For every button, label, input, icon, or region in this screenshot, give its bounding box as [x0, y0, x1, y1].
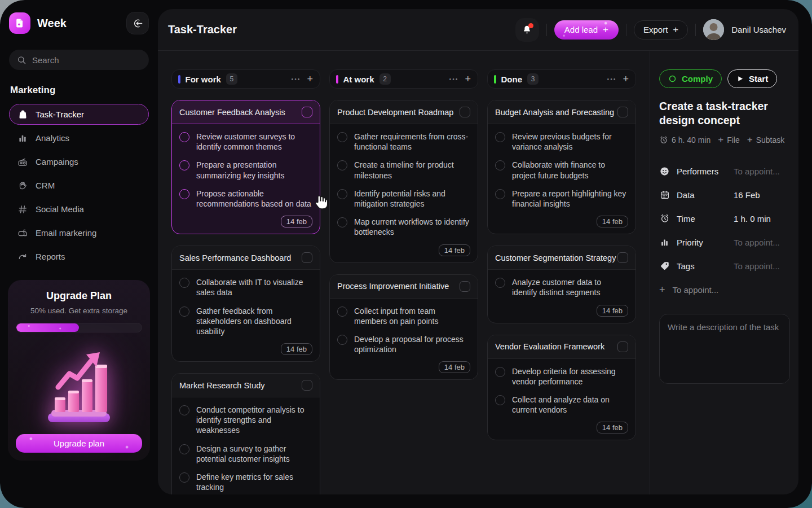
- task-row: Analyze customer data to identify distin…: [495, 277, 628, 297]
- card-header: Vendor Evaluation Framework: [488, 335, 636, 359]
- board-column-done: Done3●●●+Budget Analysis and Forecasting…: [487, 69, 636, 494]
- card-checkbox[interactable]: [302, 107, 312, 117]
- sidebar-item-analytics[interactable]: Analytics: [9, 128, 149, 148]
- task-card[interactable]: Vendor Evaluation FrameworkDevelop crite…: [487, 335, 636, 441]
- comply-button[interactable]: Comply: [659, 69, 722, 88]
- search-field[interactable]: [32, 55, 141, 65]
- field-value[interactable]: To appoint...: [734, 261, 780, 271]
- field-value[interactable]: 16 Feb: [734, 190, 760, 200]
- task-checkbox[interactable]: [179, 444, 189, 454]
- task-text: Analyze customer data to identify distin…: [512, 277, 628, 297]
- sidebar-item-task-tracker[interactable]: Task-Tracker: [9, 104, 149, 125]
- add-lead-button[interactable]: Add lead +: [554, 20, 619, 40]
- upgrade-subtitle: 50% used. Get extra storage: [16, 306, 142, 315]
- card-checkbox[interactable]: [460, 281, 470, 292]
- card-header: Market Research Study: [172, 374, 320, 397]
- task-checkbox[interactable]: [495, 132, 505, 142]
- task-checkbox[interactable]: [337, 306, 347, 317]
- card-header: Customer Segmentation Strategy: [488, 246, 636, 270]
- task-checkbox[interactable]: [337, 160, 347, 170]
- task-checkbox[interactable]: [179, 306, 189, 317]
- task-checkbox[interactable]: [337, 335, 347, 345]
- card-body: Collaborate with IT to visualize sales d…: [172, 270, 320, 361]
- sidebar-item-social-media[interactable]: Social Media: [9, 199, 149, 220]
- card-body: Review previous budgets for variance ana…: [488, 124, 636, 234]
- task-card[interactable]: Market Research StudyConduct competitor …: [171, 373, 320, 494]
- task-card[interactable]: Process Improvement InitiativeCollect in…: [329, 274, 478, 380]
- add-subtask-button[interactable]: + Subtask: [747, 135, 785, 144]
- field-label: Data: [677, 190, 695, 200]
- task-row: Collect and analyze data on current vend…: [495, 395, 628, 415]
- task-text: Review customer surveys to identify comm…: [196, 132, 312, 152]
- task-description-input[interactable]: [659, 314, 790, 384]
- task-fields: PerformersTo appoint...Data16 FebTime1 h…: [659, 159, 789, 278]
- sidebar-item-label: Email markering: [36, 228, 96, 238]
- user-avatar[interactable]: [703, 19, 724, 40]
- sidebar-item-crm[interactable]: CRM: [9, 175, 149, 196]
- sidebar-item-reports[interactable]: Reports: [9, 246, 149, 267]
- card-title: Customer Feedback Analysis: [179, 108, 285, 117]
- mailbox-icon: [17, 227, 28, 239]
- task-checkbox[interactable]: [179, 472, 189, 483]
- column-add-button[interactable]: +: [465, 73, 471, 85]
- add-file-button[interactable]: + File: [718, 135, 740, 144]
- task-checkbox[interactable]: [495, 160, 505, 170]
- task-checkbox[interactable]: [179, 278, 189, 288]
- task-checkbox[interactable]: [495, 189, 505, 199]
- due-date-badge: 14 feb: [281, 216, 312, 227]
- column-count-badge: 5: [226, 73, 237, 85]
- field-value[interactable]: 1 h. 0 min: [734, 214, 771, 224]
- sidebar-collapse-button[interactable]: [126, 12, 149, 34]
- task-row: Prepare a presentation summarizing key i…: [179, 160, 312, 180]
- notifications-button[interactable]: [515, 18, 539, 42]
- start-button[interactable]: Start: [727, 69, 777, 88]
- task-checkbox[interactable]: [337, 132, 347, 142]
- column-menu-button[interactable]: ●●●: [449, 77, 459, 81]
- task-checkbox[interactable]: [179, 189, 189, 199]
- field-value[interactable]: To appoint...: [734, 238, 780, 247]
- card-checkbox[interactable]: [617, 107, 628, 117]
- task-checkbox[interactable]: [495, 367, 505, 377]
- card-checkbox[interactable]: [460, 107, 470, 117]
- task-row: Gather feedback from stakeholders on das…: [179, 306, 312, 337]
- field-label: Priority: [677, 238, 703, 247]
- card-checkbox[interactable]: [617, 252, 628, 263]
- task-text: Collect and analyze data on current vend…: [512, 395, 628, 415]
- card-checkbox[interactable]: [302, 380, 312, 391]
- task-card[interactable]: Budget Analysis and ForecastingReview pr…: [487, 100, 636, 234]
- play-icon: [736, 75, 744, 82]
- column-menu-button[interactable]: ●●●: [292, 77, 301, 81]
- task-card[interactable]: Sales Performance DashboardCollaborate w…: [171, 246, 320, 362]
- task-checkbox[interactable]: [179, 405, 189, 415]
- column-add-button[interactable]: +: [623, 73, 629, 85]
- task-text: Gather feedback from stakeholders on das…: [196, 306, 312, 337]
- plus-icon: +: [673, 25, 678, 34]
- plus-icon: +: [747, 135, 753, 144]
- card-checkbox[interactable]: [302, 252, 312, 263]
- due-date-badge: 14 feb: [597, 305, 628, 317]
- task-card[interactable]: Customer Feedback AnalysisReview custome…: [171, 100, 320, 234]
- task-card[interactable]: Product Development RoadmapGather requir…: [329, 100, 478, 263]
- upgrade-plan-button[interactable]: Upgrade plan: [16, 434, 142, 453]
- task-checkbox[interactable]: [179, 160, 189, 170]
- export-button[interactable]: Export +: [634, 20, 688, 40]
- task-checkbox[interactable]: [495, 395, 505, 405]
- task-checkbox[interactable]: [337, 217, 347, 227]
- task-text: Prepare a presentation summarizing key i…: [196, 160, 312, 180]
- add-field-button[interactable]: + To appoint...: [659, 278, 789, 301]
- sidebar-item-campaings[interactable]: Campaings: [9, 151, 149, 172]
- task-checkbox[interactable]: [179, 132, 189, 142]
- task-checkbox[interactable]: [495, 278, 505, 288]
- field-row-priority: PriorityTo appoint...: [659, 230, 789, 254]
- task-card[interactable]: Customer Segmentation StrategyAnalyze cu…: [487, 246, 636, 323]
- field-value[interactable]: To appoint...: [734, 167, 780, 176]
- column-add-button[interactable]: +: [307, 73, 313, 85]
- sidebar-item-email-markering[interactable]: Email markering: [9, 222, 149, 243]
- search-input[interactable]: [9, 50, 149, 70]
- card-checkbox[interactable]: [617, 341, 628, 352]
- task-checkbox[interactable]: [337, 189, 347, 199]
- page-title: Task-Tracker: [168, 23, 237, 36]
- task-row: Propose actionable recommendations based…: [179, 189, 312, 209]
- field-label: Time: [677, 214, 695, 224]
- column-menu-button[interactable]: ●●●: [607, 77, 617, 81]
